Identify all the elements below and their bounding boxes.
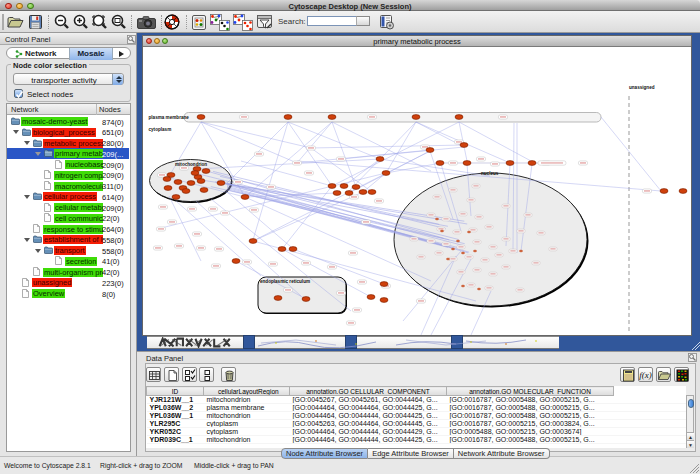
svg-text:cytoplasm: cytoplasm xyxy=(149,127,172,132)
svg-text:plasma membrane: plasma membrane xyxy=(149,115,190,120)
svg-text:mitochondrion: mitochondrion xyxy=(175,162,207,167)
svg-text:nucleus: nucleus xyxy=(481,171,499,176)
svg-text:unassigned: unassigned xyxy=(629,85,655,90)
svg-text:endoplasmic reticulum: endoplasmic reticulum xyxy=(260,279,310,284)
